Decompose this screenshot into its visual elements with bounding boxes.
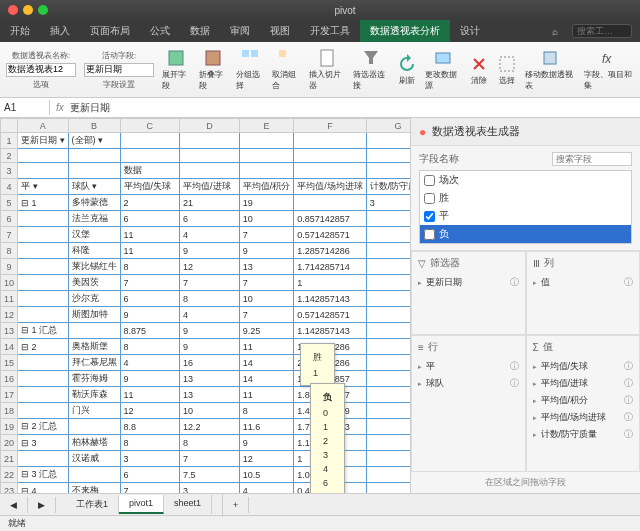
active-field-input[interactable] <box>84 63 154 77</box>
pane-title: 数据透视表生成器 <box>432 124 520 139</box>
area-item[interactable]: 平均值/进球ⓘ <box>533 375 634 392</box>
group-button[interactable]: 分组选择 <box>236 48 265 91</box>
field-item[interactable]: 胜 <box>420 189 631 207</box>
svg-text:fx: fx <box>602 52 612 66</box>
ribbon-tab[interactable]: 插入 <box>40 20 80 42</box>
area-item[interactable]: 平均值/积分ⓘ <box>533 392 634 409</box>
ribbon-tab[interactable]: 审阅 <box>220 20 260 42</box>
field-item[interactable]: 负 <box>420 225 631 243</box>
active-field-label: 活动字段: <box>102 50 136 61</box>
field-item[interactable]: 平 <box>420 207 631 225</box>
area-item[interactable]: 平均值/失球ⓘ <box>533 358 634 375</box>
field-checkbox[interactable] <box>424 175 435 186</box>
svg-rect-8 <box>544 52 556 64</box>
select-button[interactable]: 选择 <box>497 54 517 86</box>
rows-area[interactable]: ≡行 平ⓘ球队ⓘ <box>411 335 526 472</box>
formula-bar: A1 fx 更新日期 <box>0 98 640 118</box>
svg-rect-1 <box>206 51 220 65</box>
refresh-button[interactable]: 刷新 <box>397 54 417 86</box>
tooltip-sheng: 胜1 <box>300 343 335 386</box>
funnel-icon: ▽ <box>418 258 426 269</box>
filters-area[interactable]: ▽筛选器 更新日期ⓘ <box>411 251 526 335</box>
columns-area[interactable]: Ⅲ列 值ⓘ <box>526 251 641 335</box>
pivot-name-label: 数据透视表名称: <box>12 50 70 61</box>
sheet-tabs: ◀ ▶ 工作表1pivot1sheet1 + <box>0 493 640 515</box>
ribbon-tab[interactable]: 设计 <box>450 20 490 42</box>
svg-rect-2 <box>242 50 249 57</box>
pane-close-icon[interactable]: ● <box>419 125 426 139</box>
options-button[interactable]: 选项 <box>33 79 49 90</box>
filter-conn-button[interactable]: 筛选器连接 <box>353 48 389 91</box>
status-bar: 就绪 <box>0 515 640 531</box>
calc-field-button[interactable]: fx字段、项目和集 <box>584 48 634 91</box>
add-sheet-button[interactable]: + <box>223 497 249 513</box>
field-checkbox[interactable] <box>424 211 435 222</box>
area-item[interactable]: 计数/防守质量ⓘ <box>533 426 634 443</box>
area-item[interactable]: 值ⓘ <box>533 274 634 291</box>
field-search-input[interactable] <box>552 152 632 166</box>
search-icon: ⌕ <box>542 22 568 41</box>
fx-icon[interactable]: fx <box>50 102 70 113</box>
ungroup-button[interactable]: 取消组合 <box>272 48 301 91</box>
svg-rect-6 <box>436 53 450 63</box>
pivot-builder-pane: ● 数据透视表生成器 字段名称 场次胜平负 ▽筛选器 更新日期ⓘ Ⅲ列 值ⓘ ≡… <box>410 118 640 493</box>
area-item[interactable]: 平ⓘ <box>418 358 519 375</box>
sheet-nav-next[interactable]: ▶ <box>28 497 56 513</box>
maximize-icon[interactable] <box>38 5 48 15</box>
minimize-icon[interactable] <box>23 5 33 15</box>
ribbon-tab[interactable]: 公式 <box>140 20 180 42</box>
worksheet[interactable]: ABCDEFGH1更新日期 ▾(全部) ▾23数据4平 ▾球队 ▾平均值/失球平… <box>0 118 410 493</box>
fields-label: 字段名称 <box>419 152 459 166</box>
name-box[interactable]: A1 <box>0 100 50 115</box>
ribbon-tab[interactable]: 数据透视表分析 <box>360 20 450 42</box>
sigma-icon: Σ <box>533 342 539 353</box>
field-list[interactable]: 场次胜平负 <box>419 170 632 244</box>
search-input[interactable] <box>572 24 632 38</box>
close-icon[interactable] <box>8 5 18 15</box>
area-item[interactable]: 更新日期ⓘ <box>418 274 519 291</box>
titlebar: pivot <box>0 0 640 20</box>
sheet-nav-prev[interactable]: ◀ <box>0 497 28 513</box>
values-area[interactable]: Σ值 平均值/失球ⓘ平均值/进球ⓘ平均值/积分ⓘ平均值/场均进球ⓘ计数/防守质量… <box>526 335 641 472</box>
formula-content[interactable]: 更新日期 <box>70 101 110 115</box>
columns-icon: Ⅲ <box>533 258 540 269</box>
field-settings-button[interactable]: 字段设置 <box>103 79 135 90</box>
expand-field-button[interactable]: 展开字段 <box>162 48 191 91</box>
svg-rect-7 <box>500 57 514 71</box>
move-pivot-button[interactable]: 移动数据透视表 <box>525 48 575 91</box>
sheet-tab[interactable]: pivot1 <box>119 495 164 514</box>
ribbon-tabs: 开始插入页面布局公式数据审阅视图开发工具数据透视表分析设计⌕ <box>0 20 640 42</box>
svg-rect-5 <box>321 50 333 66</box>
field-checkbox[interactable] <box>424 229 435 240</box>
area-item[interactable]: 球队ⓘ <box>418 375 519 392</box>
collapse-field-button[interactable]: 折叠字段 <box>199 48 228 91</box>
pane-footer: 在区域之间拖动字段 <box>411 472 640 493</box>
ribbon-tab[interactable]: 页面布局 <box>80 20 140 42</box>
status-ready: 就绪 <box>8 517 26 530</box>
ribbon: 数据透视表名称: 选项 活动字段: 字段设置 展开字段 折叠字段 分组选择 取消… <box>0 42 640 98</box>
area-item[interactable]: 平均值/场均进球ⓘ <box>533 409 634 426</box>
svg-rect-0 <box>169 51 183 65</box>
pivot-name-input[interactable] <box>6 63 76 77</box>
ribbon-tab[interactable]: 开发工具 <box>300 20 360 42</box>
document-title: pivot <box>58 5 632 16</box>
field-item[interactable]: 场次 <box>420 171 631 189</box>
sheet-tab[interactable]: sheet1 <box>164 495 212 514</box>
change-source-button[interactable]: 更改数据源 <box>425 48 461 91</box>
window-controls <box>8 5 48 15</box>
clear-button[interactable]: 清除 <box>469 54 489 86</box>
insert-slicer-button[interactable]: 插入切片器 <box>309 48 345 91</box>
svg-rect-4 <box>279 50 286 57</box>
field-checkbox[interactable] <box>424 193 435 204</box>
svg-rect-3 <box>251 50 258 57</box>
sheet-tab[interactable]: 工作表1 <box>66 495 119 514</box>
tooltip-fu: 负012346 <box>310 383 345 493</box>
ribbon-tab[interactable]: 数据 <box>180 20 220 42</box>
ribbon-tab[interactable]: 视图 <box>260 20 300 42</box>
ribbon-tab[interactable]: 开始 <box>0 20 40 42</box>
rows-icon: ≡ <box>418 342 424 353</box>
